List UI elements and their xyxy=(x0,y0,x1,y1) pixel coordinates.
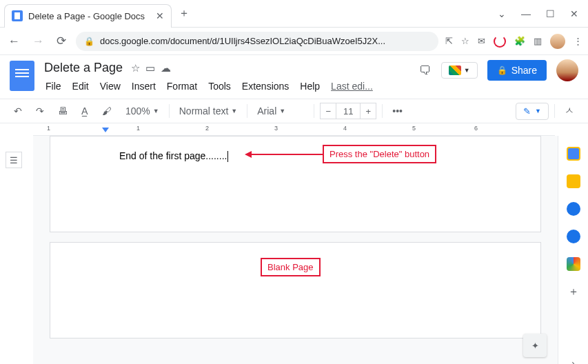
menu-insert[interactable]: Insert xyxy=(128,78,160,94)
comments-icon[interactable]: 🗨 xyxy=(419,63,432,78)
mail-icon[interactable]: ✉ xyxy=(478,36,485,46)
separator xyxy=(382,104,383,118)
content-area: End of the first page........ Press the … xyxy=(0,136,588,364)
menu-extensions[interactable]: Extensions xyxy=(238,78,293,94)
hide-menus-icon[interactable]: ㅅ xyxy=(560,102,578,120)
reload-icon[interactable]: ⟳ xyxy=(54,31,69,51)
spellcheck-icon[interactable]: A̲ xyxy=(77,103,92,119)
menu-edit[interactable]: Edit xyxy=(68,78,93,94)
font-dropdown[interactable]: Arial ▼ xyxy=(253,103,308,119)
annotation-arrow xyxy=(250,154,325,155)
doc-title-input[interactable]: Delete a Page xyxy=(41,59,125,77)
pen-icon: ✎ xyxy=(523,106,531,117)
caret-icon: ▼ xyxy=(231,108,237,114)
docs-toolbar: ↶ ↷ 🖶 A̲ 🖌 100% ▼ Normal text ▼ Arial ▼ … xyxy=(0,99,588,123)
extensions-icon[interactable]: 🧩 xyxy=(514,36,525,46)
document-area[interactable]: End of the first page........ Press the … xyxy=(33,136,558,364)
keep-icon[interactable] xyxy=(567,174,580,188)
meet-icon xyxy=(449,65,461,75)
ruler-tick: 6 xyxy=(474,125,478,132)
explore-button[interactable]: ✦ xyxy=(523,334,547,357)
menu-format[interactable]: Format xyxy=(163,78,201,94)
cloud-icon[interactable]: ☁ xyxy=(161,62,171,74)
separator xyxy=(554,104,555,118)
new-tab-button[interactable]: ＋ xyxy=(172,6,196,21)
forward-icon[interactable]: → xyxy=(30,32,47,51)
star-icon[interactable]: ☆ xyxy=(131,62,140,74)
indent-marker-icon[interactable] xyxy=(102,128,109,132)
close-tab-icon[interactable]: ✕ xyxy=(156,10,164,21)
share-button[interactable]: 🔒 Share xyxy=(487,60,547,81)
annotation-press-delete: Press the "Delete" button xyxy=(323,145,436,163)
editing-mode-button[interactable]: ✎ ▼ xyxy=(516,103,549,120)
reading-list-icon[interactable]: ▥ xyxy=(534,36,542,46)
url-text: docs.google.com/document/d/1UIljrs4SsezI… xyxy=(100,36,385,46)
ruler-tick: 4 xyxy=(343,125,347,132)
add-addons-icon[interactable]: ＋ xyxy=(568,285,579,299)
account-avatar[interactable] xyxy=(556,59,578,81)
font-size-input[interactable]: 11 xyxy=(336,103,360,119)
chevron-down-icon[interactable]: ⌄ xyxy=(498,8,506,19)
style-dropdown[interactable]: Normal text ▼ xyxy=(175,103,242,119)
docs-logo-icon[interactable] xyxy=(10,61,34,91)
tab-title: Delete a Page - Google Docs xyxy=(28,11,145,21)
kebab-menu-icon[interactable]: ⋮ xyxy=(574,36,582,46)
separator xyxy=(314,104,314,118)
annotation-blank-page: Blank Page xyxy=(261,258,321,276)
zoom-value: 100% xyxy=(125,105,150,117)
font-value: Arial xyxy=(257,105,276,117)
more-tools-icon[interactable]: ••• xyxy=(388,103,407,119)
ruler-tick: 3 xyxy=(274,125,278,132)
caret-icon: ▼ xyxy=(535,108,541,114)
share-page-icon[interactable]: ⇱ xyxy=(445,36,453,46)
print-icon[interactable]: 🖶 xyxy=(54,103,72,119)
zoom-dropdown[interactable]: 100% ▼ xyxy=(121,103,163,119)
tasks-icon[interactable] xyxy=(567,202,580,216)
ruler-tick: 5 xyxy=(412,125,416,132)
paint-format-icon[interactable]: 🖌 xyxy=(98,103,116,119)
docs-header: Delete a Page ☆ ▭ ☁ File Edit View Inser… xyxy=(0,55,588,94)
menu-file[interactable]: File xyxy=(41,78,65,94)
separator xyxy=(169,104,170,118)
page-1[interactable]: End of the first page........ Press the … xyxy=(50,136,541,232)
increase-font-button[interactable]: + xyxy=(360,103,376,119)
browser-tab[interactable]: Delete a Page - Google Docs ✕ xyxy=(4,4,172,28)
menu-tools[interactable]: Tools xyxy=(204,78,235,94)
redo-icon[interactable]: ↷ xyxy=(32,103,48,119)
opera-ext-icon[interactable] xyxy=(494,35,506,48)
caret-icon: ▼ xyxy=(279,108,285,114)
maximize-icon[interactable]: ☐ xyxy=(546,8,555,19)
menu-help[interactable]: Help xyxy=(296,78,324,94)
font-size-control: − 11 + xyxy=(320,103,376,119)
document-text: End of the first page........ xyxy=(119,150,227,161)
separator xyxy=(247,104,247,118)
menu-view[interactable]: View xyxy=(96,78,125,94)
menu-bar: File Edit View Insert Format Tools Exten… xyxy=(41,78,373,94)
decrease-font-button[interactable]: − xyxy=(320,103,336,119)
meet-button[interactable]: ▼ xyxy=(441,62,478,79)
contacts-icon[interactable] xyxy=(567,230,580,243)
maps-icon[interactable] xyxy=(567,257,580,271)
ruler-tick: 2 xyxy=(205,125,209,132)
minimize-icon[interactable]: — xyxy=(521,8,531,19)
url-input[interactable]: 🔒 docs.google.com/document/d/1UIljrs4Sse… xyxy=(76,32,438,51)
lock-icon: 🔒 xyxy=(497,65,507,75)
close-window-icon[interactable]: ✕ xyxy=(570,8,578,19)
browser-titlebar: Delete a Page - Google Docs ✕ ＋ ⌄ — ☐ ✕ xyxy=(0,0,588,28)
move-icon[interactable]: ▭ xyxy=(145,62,155,74)
undo-icon[interactable]: ↶ xyxy=(10,103,26,119)
doc-title-icons: ☆ ▭ ☁ xyxy=(131,62,171,74)
ruler[interactable]: 1 1 2 3 4 5 6 xyxy=(33,123,555,136)
profile-avatar[interactable] xyxy=(550,34,565,49)
ruler-tick: 1 xyxy=(47,125,50,132)
bookmark-icon[interactable]: ☆ xyxy=(461,36,469,46)
caret-icon: ▼ xyxy=(153,108,159,114)
side-panel: ＋ › xyxy=(558,136,588,364)
back-icon[interactable]: ← xyxy=(6,32,23,51)
header-right: 🗨 ▼ 🔒 Share xyxy=(419,59,578,81)
page-2[interactable]: Blank Page xyxy=(50,242,541,338)
collapse-panel-icon[interactable]: › xyxy=(571,358,575,364)
outline-toggle-icon[interactable]: ☰ xyxy=(6,152,22,168)
last-edit-link[interactable]: Last edi... xyxy=(331,78,373,94)
calendar-icon[interactable] xyxy=(567,147,580,161)
